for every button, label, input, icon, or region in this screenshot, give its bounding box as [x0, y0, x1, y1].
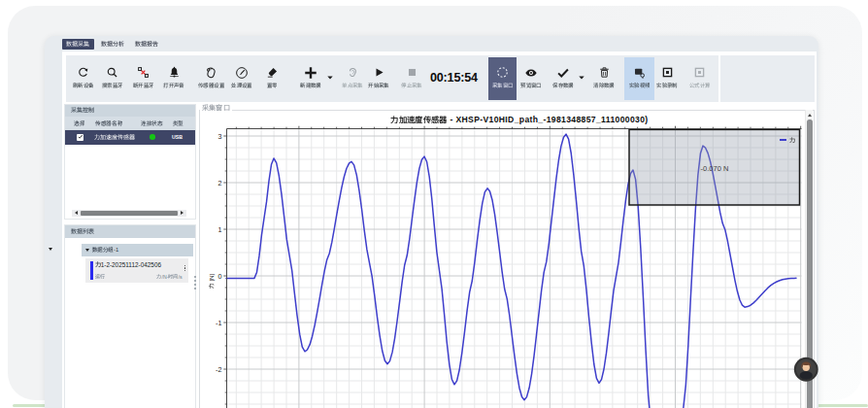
bell-icon — [156, 65, 191, 81]
preview-window-button[interactable] — [514, 65, 549, 89]
clear-data-button[interactable] — [586, 65, 621, 89]
sound-on-button[interactable] — [156, 65, 191, 89]
data-item-name: 1-2-20251112-042506 — [95, 261, 162, 268]
formula-icon — [683, 65, 718, 81]
start-collect-button[interactable] — [361, 65, 396, 89]
svg-text:3: 3 — [218, 132, 222, 141]
save-data-dropdown[interactable] — [579, 75, 584, 80]
assistant-avatar-button[interactable] — [793, 357, 819, 383]
stop-collect-button[interactable] — [394, 65, 429, 89]
preview-window-label — [514, 83, 549, 88]
start-collect-label — [361, 83, 396, 88]
stop-icon — [394, 65, 429, 81]
svg-text:-2: -2 — [216, 365, 221, 374]
sound-on-label — [156, 83, 191, 88]
save-data-label — [546, 83, 581, 88]
data-group-node[interactable]: -1 — [82, 244, 193, 256]
sidebar-collapse-handle[interactable] — [49, 248, 52, 251]
force-time-plot[interactable]: 3210-1-2 — [200, 110, 818, 408]
screenshot-stage: 00:15:54 USB — [0, 0, 868, 408]
panel-splitter-handle[interactable] — [194, 276, 196, 291]
trash-icon — [586, 65, 621, 81]
capture-window-button[interactable] — [488, 57, 517, 100]
tree-expand-icon[interactable] — [85, 249, 89, 252]
search-bluetooth-button[interactable] — [95, 65, 130, 89]
experiment-record-button[interactable] — [650, 65, 684, 89]
data-list-title — [65, 225, 195, 238]
annotation-value: -0.070 N — [641, 164, 788, 173]
stop-collect-label — [394, 83, 429, 88]
new-data-label — [293, 83, 328, 88]
search-icon — [95, 65, 130, 81]
plus-icon — [293, 65, 328, 81]
capture-window-label — [488, 83, 517, 88]
sensor-hscrollbar[interactable] — [72, 210, 186, 217]
elapsed-timer: 00:15:54 — [430, 71, 476, 85]
sensor-row[interactable]: USB — [65, 130, 195, 145]
hscroll-left-arrow-icon[interactable] — [75, 211, 78, 215]
col-type — [173, 120, 184, 126]
chart-legend — [780, 137, 795, 144]
col-select — [74, 120, 84, 126]
svg-text:-1: -1 — [216, 319, 221, 327]
sensor-settings-label — [193, 83, 228, 88]
save-data-button[interactable] — [546, 65, 581, 89]
data-list-panel: -1 1-2-20251112-042506 /N-/s — [64, 224, 196, 408]
sensor-settings-button[interactable] — [193, 65, 228, 89]
eye-icon — [514, 65, 549, 81]
dashed-circle-icon — [488, 65, 517, 81]
check-icon — [546, 65, 581, 81]
experiment-record-label — [650, 83, 684, 88]
content-canvas: 00:15:54 USB — [62, 51, 817, 408]
chart-title: - XHSP-V10HID_path_-1981348857_111000030… — [284, 115, 755, 124]
new-data-dropdown[interactable] — [327, 75, 333, 80]
tab-data-collect[interactable] — [62, 39, 95, 51]
sensor-type: USB — [172, 134, 183, 140]
tab-data-report[interactable] — [129, 39, 163, 51]
new-data-button[interactable] — [293, 65, 328, 89]
zero-set-label — [254, 83, 289, 88]
sensor-name — [94, 134, 135, 141]
hscroll-thumb[interactable] — [81, 211, 178, 216]
data-item-card[interactable]: 1-2-20251112-042506 /N-/s — [85, 258, 188, 284]
formula-calc-label — [683, 83, 718, 88]
sensor-table-header — [65, 117, 195, 130]
formula-calc-button[interactable] — [683, 65, 718, 89]
data-group-label: -1 — [92, 247, 119, 253]
collect-control-panel: USB — [64, 104, 196, 220]
search-bluetooth-label — [95, 83, 130, 88]
status-dot-connected — [150, 134, 155, 140]
svg-text:1: 1 — [218, 225, 222, 234]
svg-text:2: 2 — [218, 179, 222, 187]
legend-label — [789, 137, 795, 144]
eraser-icon — [254, 65, 289, 81]
col-conn-status — [141, 120, 163, 126]
sensor-icon — [193, 65, 228, 81]
data-item-series: /N-/s — [156, 274, 182, 280]
data-item-accent — [90, 261, 93, 281]
col-sensor-name — [95, 120, 122, 126]
y-axis-label: [N] — [207, 266, 214, 295]
vscroll-up-arrow-icon[interactable] — [808, 114, 812, 117]
toolbar-extra — [720, 55, 815, 102]
sensor-checkbox[interactable] — [77, 134, 83, 141]
data-item-menu[interactable] — [184, 265, 186, 273]
hscroll-right-arrow-icon[interactable] — [181, 211, 184, 215]
play-icon — [361, 65, 396, 81]
app-window: 00:15:54 USB — [45, 36, 818, 408]
legend-line-icon — [780, 139, 786, 141]
clear-data-label — [586, 83, 621, 88]
collect-control-title — [65, 105, 195, 118]
zero-set-button[interactable] — [254, 65, 289, 89]
svg-text:0: 0 — [218, 272, 222, 281]
tab-data-analysis[interactable] — [95, 39, 129, 51]
record-icon — [650, 65, 684, 81]
data-item-status — [95, 274, 105, 280]
